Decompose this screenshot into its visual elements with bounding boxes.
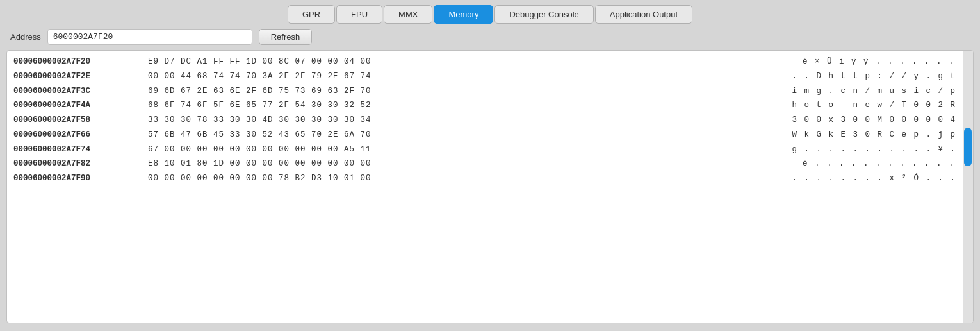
memory-hex: E8 10 01 80 1D 00 00 00 00 00 00 00 00 0… (148, 158, 790, 170)
memory-row: 00006000002A7F7467 00 00 00 00 00 00 00 … (13, 142, 956, 157)
memory-ascii: g . . . . . . . . . . . ¥ . (779, 144, 956, 156)
memory-hex: 69 6D 67 2E 63 6E 2F 6D 75 73 69 63 2F 7… (148, 85, 779, 98)
memory-row: 00006000002A7F3C69 6D 67 2E 63 6E 2F 6D … (13, 84, 956, 99)
memory-ascii: 3 0 0 x 3 0 0 M 0 0 0 0 0 4 (779, 114, 956, 126)
memory-address: 00006000002A7F90 (13, 173, 148, 185)
tab-bar: GPR FPU MMX Memory Debugger Console Appl… (0, 0, 980, 24)
memory-hex: 57 6B 47 6B 45 33 30 52 43 65 70 2E 6A 7… (148, 129, 779, 141)
memory-address: 00006000002A7F2E (13, 71, 148, 83)
memory-ascii: i m g . c n / m u s i c / p (779, 85, 956, 98)
toolbar: Address Refresh (0, 24, 980, 50)
memory-ascii: W k G k E 3 0 R C e p . j p (779, 129, 956, 141)
memory-address: 00006000002A7F20 (13, 56, 148, 68)
memory-ascii: h o t o _ n e w / T 0 0 2 R (779, 99, 956, 112)
memory-hex: 00 00 00 00 00 00 00 00 78 B2 D3 10 01 0… (148, 173, 779, 185)
memory-row: 00006000002A7F82E8 10 01 80 1D 00 00 00 … (13, 157, 956, 171)
memory-address: 00006000002A7F74 (13, 144, 148, 156)
tab-application-output[interactable]: Application Output (595, 5, 692, 24)
memory-address: 00006000002A7F58 (13, 114, 148, 126)
memory-hex: 67 00 00 00 00 00 00 00 00 00 00 00 A5 1… (148, 144, 779, 156)
memory-address: 00006000002A7F3C (13, 85, 148, 98)
memory-ascii: è . . . . . . . . . . . . (790, 158, 956, 170)
memory-row: 00006000002A7F2E00 00 44 68 74 74 70 3A … (13, 69, 956, 84)
scrollbar-area[interactable] (963, 51, 973, 323)
scrollbar-thumb[interactable] (964, 128, 972, 166)
memory-hex: E9 D7 DC A1 FF FF 1D 00 8C 07 00 00 04 0… (148, 56, 790, 68)
memory-row: 00006000002A7F20E9 D7 DC A1 FF FF 1D 00 … (13, 55, 956, 69)
main-area: 00006000002A7F20E9 D7 DC A1 FF FF 1D 00 … (6, 50, 974, 323)
address-label: Address (10, 32, 41, 42)
tab-fpu[interactable]: FPU (336, 5, 382, 24)
memory-hex: 33 30 30 78 33 30 30 4D 30 30 30 30 30 3… (148, 114, 779, 126)
memory-content: 00006000002A7F20E9 D7 DC A1 FF FF 1D 00 … (7, 51, 963, 323)
memory-hex: 00 00 44 68 74 74 70 3A 2F 2F 79 2E 67 7… (148, 71, 779, 83)
address-input[interactable] (47, 29, 252, 45)
tab-mmx[interactable]: MMX (384, 5, 432, 24)
memory-ascii: . . . . . . . . x ² Ó . . . (779, 173, 956, 185)
memory-address: 00006000002A7F4A (13, 99, 148, 112)
memory-address: 00006000002A7F82 (13, 158, 148, 170)
memory-row: 00006000002A7F4A68 6F 74 6F 5F 6E 65 77 … (13, 98, 956, 113)
refresh-button[interactable]: Refresh (259, 29, 313, 45)
memory-ascii: é × Ü i ÿ ÿ . . . . . . . (790, 56, 956, 68)
tab-memory[interactable]: Memory (434, 5, 493, 24)
memory-address: 00006000002A7F66 (13, 129, 148, 141)
memory-row: 00006000002A7F5833 30 30 78 33 30 30 4D … (13, 113, 956, 128)
memory-row: 00006000002A7F9000 00 00 00 00 00 00 00 … (13, 171, 956, 186)
memory-row: 00006000002A7F6657 6B 47 6B 45 33 30 52 … (13, 128, 956, 142)
memory-ascii: . . D h t t p : / / y . g t (779, 71, 956, 83)
tab-debugger-console[interactable]: Debugger Console (494, 5, 593, 24)
tab-gpr[interactable]: GPR (288, 5, 335, 24)
memory-hex: 68 6F 74 6F 5F 6E 65 77 2F 54 30 30 32 5… (148, 99, 779, 112)
